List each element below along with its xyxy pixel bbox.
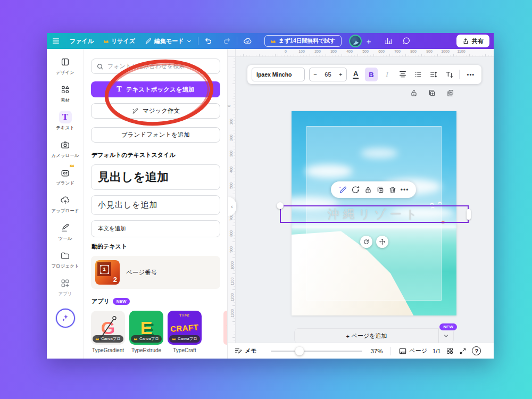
app-card-typeextrude[interactable]: E Canvaプロ TypeExtrude — [129, 311, 163, 353]
redo-button[interactable] — [218, 33, 236, 49]
fullscreen-button[interactable] — [459, 347, 467, 355]
canva-app-window: ファイル リサイズ 編集モード まず14日間無料で試す + — [47, 33, 494, 359]
grid-view-button[interactable] — [446, 347, 454, 355]
resize-handle-right[interactable] — [467, 209, 471, 220]
add-page-options-button[interactable] — [439, 329, 453, 343]
expand-icon — [459, 347, 467, 355]
text-transform-button[interactable] — [443, 68, 455, 81]
sidebar-item-uploads[interactable]: アップロード — [49, 194, 82, 214]
h-ruler: 010020030040050060070080090010001100 — [236, 49, 494, 57]
alignment-button[interactable] — [396, 68, 409, 81]
add-body-text-button[interactable]: 本文を追加 — [91, 220, 220, 237]
sidebar-item-elements[interactable]: 素材 — [49, 83, 82, 104]
share-button[interactable]: 共有 — [456, 35, 489, 47]
search-placeholder: フォントと組み合わせを検索 — [107, 62, 185, 70]
sidebar-item-projects[interactable]: プロジェクト — [49, 249, 82, 270]
line-spacing-icon — [429, 70, 438, 79]
magic-assistant-button[interactable] — [56, 309, 75, 328]
comments-button[interactable] — [397, 33, 415, 49]
avatar[interactable] — [349, 35, 362, 47]
h-ruler-tick: 1100 — [457, 49, 465, 53]
magic-write-label: マジック作文 — [143, 107, 180, 115]
page-number-card[interactable]: 1 2 ページ番号 — [91, 256, 220, 289]
camera-icon — [60, 140, 70, 150]
sidebar-item-tools[interactable]: ツール — [49, 221, 82, 242]
v-ruler-tick: 800 — [229, 230, 233, 237]
align-center-icon — [398, 70, 407, 79]
add-page-icon[interactable] — [446, 89, 454, 97]
add-heading-button[interactable]: 見出しを追加 — [91, 164, 220, 190]
zoom-slider-thumb[interactable] — [295, 347, 304, 355]
selected-text[interactable]: 沖縄リゾート — [328, 206, 421, 222]
pages-icon — [398, 347, 407, 355]
element-more-button[interactable]: ••• — [401, 186, 409, 194]
pages-view-button[interactable]: ページ — [398, 347, 428, 355]
comment-plus-icon — [351, 185, 360, 194]
speech-bubble-icon — [402, 37, 411, 45]
add-page-button[interactable]: + ページを追加 — [295, 329, 438, 343]
notes-button[interactable]: メモ — [234, 347, 257, 355]
sidebar-item-camera-roll[interactable]: カメラロール — [49, 138, 82, 159]
sidebar-item-apps[interactable]: アプリ — [49, 277, 82, 297]
resize-label: リサイズ — [111, 37, 135, 45]
font-size-value[interactable]: 65 — [325, 71, 331, 78]
duplicate-button[interactable] — [376, 186, 385, 194]
chevron-down-icon — [443, 333, 449, 339]
insights-button[interactable] — [379, 33, 397, 49]
add-member-button[interactable]: + — [362, 33, 376, 49]
v-ruler-tick: 300 — [229, 151, 233, 157]
page-number-label: ページ番号 — [126, 269, 157, 277]
move-handle[interactable] — [376, 236, 388, 248]
sidebar-item-brand[interactable]: ブランド — [49, 166, 82, 187]
file-menu-button[interactable]: ファイル — [65, 33, 98, 49]
hamburger-menu-button[interactable] — [47, 33, 65, 49]
font-search-input[interactable]: フォントと組み合わせを検索 — [91, 59, 220, 74]
app-card-typegradient[interactable]: G Canvaプロ TypeGradient — [91, 311, 125, 353]
edit-mode-button[interactable]: 編集モード — [140, 33, 197, 49]
trial-button[interactable]: まず14日間無料で試す — [264, 35, 342, 47]
add-textbox-label: テキストボックスを追加 — [126, 86, 195, 94]
bold-button[interactable]: B — [365, 68, 378, 81]
resize-menu-button[interactable]: リサイズ — [98, 33, 140, 49]
text-color-button[interactable]: A — [350, 68, 362, 81]
sidebar-item-design[interactable]: デザイン — [49, 55, 82, 76]
font-family-select[interactable]: Ipaex Mincho — [252, 68, 305, 81]
help-button[interactable]: ? — [472, 346, 481, 355]
more-options-button[interactable]: ••• — [464, 68, 477, 81]
elements-icon — [60, 85, 70, 95]
add-subheading-button[interactable]: 小見出しを追加 — [91, 195, 220, 215]
zoom-value[interactable]: 37% — [371, 348, 383, 354]
undo-button[interactable] — [200, 33, 218, 49]
selected-textbox[interactable]: 沖縄リゾート — [280, 205, 469, 223]
add-textbox-button[interactable]: T テキストボックスを追加 — [91, 81, 220, 97]
magic-write-button[interactable]: マジック作文 — [91, 103, 220, 119]
add-brand-font-button[interactable]: ブランドフォントを追加 — [91, 127, 220, 143]
font-size-increase-button[interactable]: + — [339, 71, 342, 78]
canvas-viewport[interactable]: ‹ Ipaex Mincho − 65 + A B I — [236, 57, 494, 343]
h-ruler-tick: 1000 — [441, 49, 450, 53]
vertical-text-icon — [445, 70, 454, 79]
rotate-handle[interactable] — [360, 236, 372, 248]
magic-edit-button[interactable] — [338, 185, 347, 194]
notes-icon — [234, 347, 242, 355]
lock-button[interactable] — [364, 186, 372, 194]
unlock-icon[interactable] — [410, 89, 418, 97]
resize-handle-left[interactable] — [277, 202, 284, 209]
default-styles-header: デフォルトのテキストスタイル — [92, 151, 220, 159]
bar-chart-icon — [384, 37, 393, 45]
font-size-decrease-button[interactable]: − — [313, 71, 317, 78]
status-bar: メモ 37% ページ 1/1 ? — [228, 343, 494, 359]
crown-icon — [172, 337, 176, 340]
add-page-bar: + ページを追加 NEW — [294, 328, 454, 344]
italic-button[interactable]: I — [380, 68, 393, 81]
list-button[interactable] — [412, 68, 425, 81]
spacing-button[interactable] — [427, 68, 440, 81]
zoom-slider[interactable] — [271, 347, 362, 355]
apps-header: アプリ NEW — [92, 297, 220, 305]
comment-button[interactable] — [351, 185, 360, 194]
sidebar-item-text[interactable]: T テキスト — [49, 111, 82, 131]
share-upload-icon — [462, 38, 469, 45]
delete-button[interactable] — [388, 186, 397, 194]
duplicate-page-icon[interactable] — [428, 89, 436, 97]
app-card-typecraft[interactable]: TYPE CRAFT Canvaプロ TypeCraft — [168, 311, 202, 353]
